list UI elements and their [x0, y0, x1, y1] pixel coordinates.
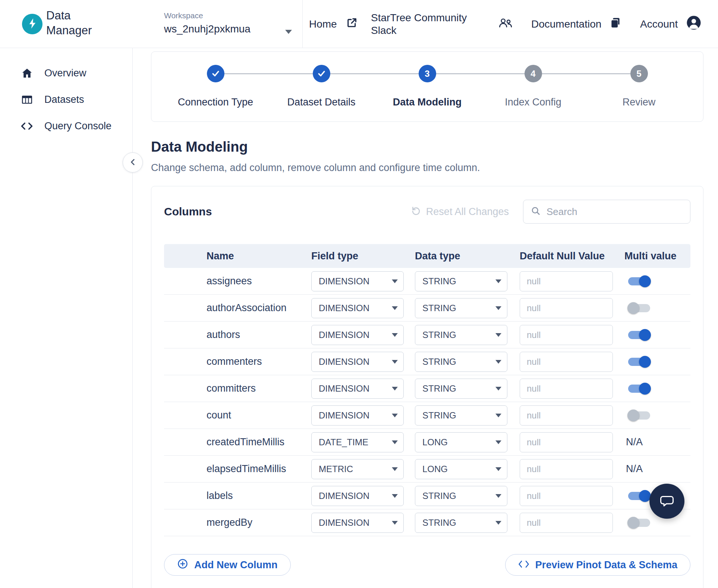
multi-value-toggle[interactable] — [628, 304, 650, 312]
default-null-input[interactable] — [520, 432, 613, 452]
workspace-selector[interactable]: Workspace ws_2nuhj2pxkmua — [164, 0, 296, 48]
chevron-down-icon — [495, 279, 501, 283]
default-null-input[interactable] — [520, 459, 613, 479]
data-type-select[interactable]: STRING — [415, 513, 507, 533]
search-box[interactable] — [523, 200, 690, 224]
data-type-select[interactable]: STRING — [415, 325, 507, 345]
field-type-value: DIMENSION — [319, 357, 369, 367]
columns-title: Columns — [164, 205, 212, 218]
default-null-input[interactable] — [520, 405, 613, 426]
column-name: authorAssociation — [207, 302, 287, 313]
step-label: Index Config — [505, 97, 561, 108]
field-type-select[interactable]: DATE_TIME — [311, 432, 404, 452]
default-null-input[interactable] — [520, 486, 613, 506]
column-header: Data type — [415, 250, 520, 262]
table-header-row: NameField typeData typeDefault Null Valu… — [164, 244, 690, 268]
search-input[interactable] — [547, 206, 683, 218]
table-row: authorAssociationDIMENSIONSTRING — [164, 295, 690, 322]
chevron-down-icon — [392, 467, 398, 471]
data-type-value: STRING — [422, 491, 456, 501]
stepper-step-data-modeling[interactable]: 3Data Modeling — [374, 52, 480, 121]
multi-value-toggle[interactable] — [628, 411, 650, 420]
chevron-down-icon — [392, 521, 398, 525]
field-type-select[interactable]: DIMENSION — [311, 486, 404, 506]
field-type-value: DIMENSION — [319, 491, 369, 501]
data-type-value: STRING — [422, 276, 456, 287]
stepper-step-dataset-details[interactable]: Dataset Details — [268, 52, 374, 121]
default-null-input[interactable] — [520, 325, 613, 345]
workspace-value: ws_2nuhj2pxkmua — [164, 23, 251, 35]
chevron-down-icon — [392, 494, 398, 498]
field-type-select[interactable]: DIMENSION — [311, 325, 404, 345]
column-header: Field type — [311, 250, 415, 262]
stepper-step-review[interactable]: 5Review — [586, 52, 692, 121]
field-type-select[interactable]: METRIC — [311, 459, 404, 479]
data-type-select[interactable]: STRING — [415, 405, 507, 426]
column-name: labels — [207, 490, 233, 501]
data-type-select[interactable]: STRING — [415, 486, 507, 506]
step-label: Dataset Details — [287, 97, 355, 108]
chevron-down-icon — [495, 467, 501, 471]
data-type-value: STRING — [422, 330, 456, 340]
multi-value-toggle[interactable] — [628, 358, 650, 366]
home-link[interactable]: Home — [309, 0, 358, 48]
chevron-down-icon — [392, 387, 398, 391]
multi-value-toggle[interactable] — [628, 331, 650, 339]
chevron-down-icon — [392, 414, 398, 417]
field-type-value: DATE_TIME — [319, 437, 368, 448]
field-type-value: METRIC — [319, 464, 353, 474]
data-type-select[interactable]: STRING — [415, 271, 507, 291]
stepper-step-index-config[interactable]: 4Index Config — [480, 52, 586, 121]
app-logo[interactable] — [22, 14, 42, 34]
step-number: 5 — [630, 65, 648, 82]
slack-community-link[interactable]: StarTree Community Slack — [371, 0, 513, 48]
chevron-down-icon — [392, 440, 398, 444]
field-type-select[interactable]: DIMENSION — [311, 513, 404, 533]
default-null-input[interactable] — [520, 513, 613, 533]
add-new-column-button[interactable]: Add New Column — [164, 554, 291, 576]
field-type-value: DIMENSION — [319, 383, 369, 394]
chat-widget-button[interactable] — [649, 484, 684, 519]
default-null-input[interactable] — [520, 379, 613, 399]
preview-pinot-button[interactable]: Preview Pinot Data & Schema — [505, 554, 690, 576]
documentation-link[interactable]: Documentation — [531, 0, 621, 48]
chevron-down-icon — [495, 387, 501, 391]
sidebar-collapse-button[interactable] — [123, 152, 143, 173]
field-type-select[interactable]: DIMENSION — [311, 405, 404, 426]
step-number: 3 — [419, 65, 436, 82]
multi-value-na: N/A — [626, 436, 643, 448]
column-name: commenters — [207, 356, 262, 367]
chevron-down-icon — [495, 333, 501, 337]
chevron-left-icon — [128, 157, 138, 168]
sidebar-item-datasets[interactable]: Datasets — [0, 86, 132, 113]
multi-value-toggle[interactable] — [628, 519, 650, 527]
column-name: elapsedTimeMillis — [207, 463, 286, 474]
sidebar-item-label: Query Console — [44, 120, 111, 132]
stepper-step-connection-type[interactable]: Connection Type — [163, 52, 268, 121]
account-menu[interactable]: Account — [640, 0, 702, 48]
data-type-select[interactable]: STRING — [415, 379, 507, 399]
columns-card-header: Columns Reset All Changes — [151, 186, 703, 224]
default-null-input[interactable] — [520, 298, 613, 318]
field-type-select[interactable]: DIMENSION — [311, 379, 404, 399]
default-null-input[interactable] — [520, 271, 613, 291]
sidebar: Overview Datasets Query Console — [0, 48, 133, 588]
data-type-select[interactable]: STRING — [415, 298, 507, 318]
field-type-select[interactable]: DIMENSION — [311, 298, 404, 318]
table-row: committersDIMENSIONSTRING — [164, 375, 690, 402]
field-type-select[interactable]: DIMENSION — [311, 271, 404, 291]
multi-value-toggle[interactable] — [628, 492, 650, 500]
reset-all-changes-button[interactable]: Reset All Changes — [411, 205, 509, 218]
multi-value-toggle[interactable] — [628, 277, 650, 285]
data-type-select[interactable]: STRING — [415, 352, 507, 372]
multi-value-toggle[interactable] — [628, 385, 650, 393]
data-type-select[interactable]: LONG — [415, 459, 507, 479]
field-type-select[interactable]: DIMENSION — [311, 352, 404, 372]
table-row: elapsedTimeMillisMETRICLONGN/A — [164, 456, 690, 483]
data-type-value: STRING — [422, 518, 456, 528]
sidebar-item-query-console[interactable]: Query Console — [0, 113, 132, 139]
sidebar-item-overview[interactable]: Overview — [0, 60, 132, 86]
chevron-down-icon — [285, 30, 292, 34]
default-null-input[interactable] — [520, 352, 613, 372]
data-type-select[interactable]: LONG — [415, 432, 507, 452]
